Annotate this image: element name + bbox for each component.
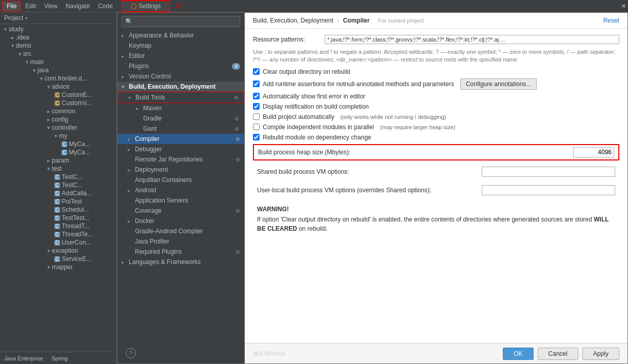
- tree-item-label: MyCa...: [69, 149, 90, 156]
- nav-item-editor[interactable]: ▸ Editor: [117, 51, 244, 61]
- nav-item-maven[interactable]: ▸ Maven: [117, 103, 244, 113]
- project-dropdown-icon[interactable]: ▾: [25, 15, 28, 21]
- ok-button[interactable]: OK: [503, 348, 533, 360]
- cb-rebuild-on-dependency[interactable]: [253, 134, 260, 140]
- list-item[interactable]: ▸ param: [0, 156, 116, 165]
- list-item[interactable]: C PoiTest: [0, 197, 116, 206]
- configure-annotations-button[interactable]: Configure annotations...: [460, 78, 537, 90]
- nav-item-build-tools[interactable]: ▾ Build Tools ⚙: [117, 92, 244, 103]
- list-item[interactable]: C MyCa...: [0, 140, 116, 148]
- settings-search-input[interactable]: [122, 16, 240, 27]
- cb-parallel-modules[interactable]: [253, 124, 260, 130]
- cb-show-first-error[interactable]: [253, 93, 260, 99]
- nav-item-compiler[interactable]: ▸ Compiler ⚙: [117, 134, 244, 144]
- cancel-button[interactable]: Cancel: [538, 348, 578, 360]
- reset-link[interactable]: Reset: [603, 17, 619, 24]
- list-item[interactable]: ▾ src: [0, 50, 116, 58]
- nav-item-languages[interactable]: ▸ Languages & Frameworks: [117, 257, 244, 267]
- nav-item-label: Gant: [143, 125, 156, 132]
- nav-item-docker[interactable]: ▸ Docker: [117, 216, 244, 226]
- settings-wrench-icon: ⚙: [235, 249, 240, 255]
- list-item[interactable]: ▾ exception: [0, 247, 116, 255]
- footer-tab-spring[interactable]: Spring: [51, 355, 68, 361]
- class-icon: C: [54, 183, 60, 188]
- nav-item-coverage[interactable]: Coverage ⚙: [117, 206, 244, 216]
- nav-item-remote-jar[interactable]: Remote Jar Repositories ⚙: [117, 154, 244, 165]
- nav-item-gant[interactable]: Gant ⚙: [117, 124, 244, 134]
- list-item[interactable]: C CustomV...: [0, 99, 116, 107]
- list-item[interactable]: C ServiceE...: [0, 255, 116, 263]
- nav-item-label: Keymap: [129, 42, 151, 49]
- list-item[interactable]: C Schedul...: [0, 206, 116, 214]
- settings-nav: ▸ Appearance & Behavior Keymap ▸ Editor: [117, 13, 245, 363]
- cb-runtime-assertions[interactable]: [253, 80, 260, 87]
- folder-icon: ▸: [47, 157, 50, 164]
- watermark-text: 激活 Windows: [253, 350, 285, 357]
- list-item[interactable]: ▾ test: [0, 165, 116, 173]
- nav-item-label: Build Tools: [135, 94, 165, 101]
- list-item[interactable]: C ThreadTe...: [0, 230, 116, 238]
- nav-item-build-execution[interactable]: ▾ Build, Execution, Deployment: [117, 82, 244, 92]
- list-item[interactable]: ▾ controller: [0, 124, 116, 132]
- user-vm-input[interactable]: [482, 185, 615, 195]
- list-item[interactable]: C MyCa...: [0, 148, 116, 156]
- cb-build-automatically-hint: (only works while not running / debuggin…: [340, 114, 446, 120]
- footer-tab-java-enterprise[interactable]: Java Enterprise: [4, 355, 43, 361]
- list-item[interactable]: ▾ java: [0, 66, 116, 74]
- nav-item-java-profiler[interactable]: Java Profiler: [117, 236, 244, 247]
- list-item[interactable]: C ThreadT...: [0, 222, 116, 230]
- list-item[interactable]: C TestTest...: [0, 214, 116, 222]
- settings-tab[interactable]: ⬡ Settings: [121, 0, 170, 12]
- window-close-button[interactable]: ×: [621, 2, 626, 11]
- list-item[interactable]: C CustomE...: [0, 91, 116, 99]
- list-item[interactable]: C TestC...: [0, 173, 116, 181]
- cb-clear-output[interactable]: [253, 68, 260, 75]
- nav-item-appearance[interactable]: ▸ Appearance & Behavior: [117, 30, 244, 41]
- list-item[interactable]: ▾ demo: [0, 42, 116, 50]
- list-item[interactable]: ▾ advice: [0, 83, 116, 91]
- list-item[interactable]: ▸ common: [0, 107, 116, 115]
- folder-icon: ▸: [47, 108, 50, 115]
- resource-patterns-input[interactable]: [325, 35, 619, 44]
- nav-item-plugins[interactable]: Plugins 4: [117, 61, 244, 71]
- menu-edit[interactable]: Edit: [21, 2, 40, 11]
- menu-view[interactable]: View: [40, 2, 62, 11]
- list-item[interactable]: ▸ config: [0, 115, 116, 124]
- nav-item-gradle[interactable]: Gradle ⚙: [117, 113, 244, 124]
- help-button[interactable]: ?: [126, 348, 136, 358]
- menu-file[interactable]: File: [2, 1, 21, 11]
- nav-item-keymap[interactable]: Keymap: [117, 41, 244, 51]
- list-item[interactable]: ▾ main: [0, 58, 116, 66]
- menu-navigate[interactable]: Navigate: [62, 2, 94, 11]
- list-item[interactable]: C AddCalla...: [0, 189, 116, 197]
- list-item[interactable]: C TestC...: [0, 181, 116, 189]
- cb-notification-build[interactable]: [253, 103, 260, 110]
- nav-item-deployment[interactable]: ▸ Deployment: [117, 165, 244, 175]
- shared-vm-input[interactable]: [482, 167, 615, 177]
- main-window: File Edit View Navigate Code ⬡ Settings …: [0, 0, 628, 364]
- nav-item-label: Version Control: [129, 73, 171, 80]
- class-icon: C: [54, 256, 60, 262]
- heap-size-input[interactable]: [573, 147, 614, 157]
- list-item[interactable]: ▾ my: [0, 132, 116, 140]
- nav-item-debugger[interactable]: ▸ Debugger: [117, 144, 244, 154]
- nav-item-version-control[interactable]: ▸ Version Control: [117, 71, 244, 82]
- nav-item-gradle-android[interactable]: Gradle-Android Compiler: [117, 226, 244, 236]
- class-icon: C: [54, 207, 60, 213]
- apply-button[interactable]: Apply: [582, 348, 619, 360]
- nav-item-android[interactable]: ▸ Android: [117, 185, 244, 195]
- tree-root[interactable]: ▾ study: [0, 25, 116, 33]
- list-item[interactable]: ▸ .idea: [0, 33, 116, 42]
- list-item[interactable]: ▾ com.frontier.d...: [0, 74, 116, 83]
- cb-build-automatically[interactable]: [253, 113, 260, 120]
- nav-item-label: Java Profiler: [135, 238, 169, 245]
- nav-item-arquillian[interactable]: Arquillian Containers: [117, 175, 244, 185]
- content-body: Resource patterns: Use ; to separate pat…: [245, 29, 627, 343]
- list-item[interactable]: C UserCon...: [0, 238, 116, 247]
- nav-item-application-servers[interactable]: Application Servers: [117, 195, 244, 206]
- menu-code[interactable]: Code: [94, 2, 117, 11]
- list-item[interactable]: ▾ mapper: [0, 263, 116, 271]
- nav-item-label: Android: [135, 187, 156, 194]
- nav-item-required-plugins[interactable]: Required Plugins ⚙: [117, 247, 244, 257]
- search-box: [117, 13, 244, 30]
